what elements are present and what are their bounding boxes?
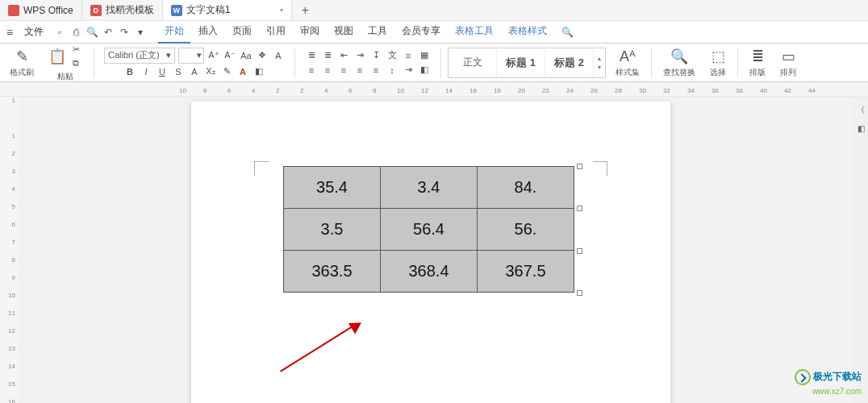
underline-icon[interactable]: U	[156, 65, 169, 78]
style-more-icon[interactable]: ▴▾	[594, 55, 605, 71]
tabstop-icon[interactable]: ⇥	[402, 64, 415, 77]
watermark-url: www.xz7.com	[812, 387, 862, 396]
font-size-select[interactable]: ▾	[178, 48, 204, 64]
find-replace-group[interactable]: 🔍 查找替换	[658, 48, 700, 78]
menu-member[interactable]: 会员专享	[395, 20, 447, 44]
print-icon[interactable]: ⎙	[69, 26, 82, 39]
shading-icon[interactable]: ◧	[252, 65, 265, 78]
table-cell[interactable]: 56.	[478, 209, 574, 251]
collapse-icon[interactable]: 《	[857, 105, 865, 116]
select-group[interactable]: ⬚ 选择	[705, 48, 731, 78]
align-right-icon[interactable]: ≡	[337, 64, 350, 77]
font-color-icon[interactable]: A	[236, 65, 249, 78]
table-cell[interactable]: 56.4	[381, 209, 478, 251]
search-icon[interactable]: 🔍	[561, 27, 574, 38]
phonetic-icon[interactable]: A	[272, 49, 285, 62]
app-tab[interactable]: WPS Office	[0, 0, 82, 20]
chevron-down-icon: ▾	[166, 50, 171, 60]
table-handle-icon[interactable]	[577, 164, 582, 169]
arrange-group[interactable]: ▭ 排列	[775, 48, 801, 78]
menu-table-style[interactable]: 表格样式	[502, 20, 553, 44]
ruler-horizontal[interactable]: 1086422468101214161820222426283032343638…	[0, 82, 868, 97]
docer-logo-icon: D	[90, 5, 102, 16]
layout-group[interactable]: ≣ 排版	[745, 48, 770, 78]
menu-reference[interactable]: 引用	[260, 20, 292, 44]
menu-home[interactable]: 开始	[158, 20, 190, 44]
table-cell[interactable]: 368.4	[381, 251, 478, 293]
menu-view[interactable]: 视图	[328, 20, 360, 44]
data-table[interactable]: 35.4 3.4 84. 3.5 56.4 56. 363.5 368.4 36…	[283, 166, 574, 293]
page[interactable]: 35.4 3.4 84. 3.5 56.4 56. 363.5 368.4 36…	[191, 102, 670, 403]
para-shading-icon[interactable]: ◧	[418, 64, 431, 77]
format-painter-group[interactable]: ✎ 格式刷	[5, 48, 39, 78]
undo-icon[interactable]: ↶	[102, 26, 115, 39]
hamburger-icon[interactable]: ≡	[0, 26, 19, 39]
redo-icon[interactable]: ↷	[118, 26, 131, 39]
indent-icon[interactable]: ⇥	[353, 49, 366, 62]
grow-font-icon[interactable]: A⁺	[207, 49, 220, 62]
menu-insert[interactable]: 插入	[192, 20, 224, 44]
highlight-icon[interactable]: ✎	[220, 65, 233, 78]
style-h2[interactable]: 标题 2	[545, 48, 594, 77]
paragraph-group: ≣ ≣ ⇤ ⇥ ↧ 文 ≡ ▦ ≡ ≡ ≡ ≡ ≡ ↕ ⇥ ◧	[302, 49, 434, 77]
align-center-icon[interactable]: ≡	[321, 64, 334, 77]
table-cell[interactable]: 363.5	[284, 251, 381, 293]
panel-icon[interactable]: ◧	[858, 124, 865, 133]
table-cell[interactable]: 367.5	[478, 251, 574, 293]
font-name-value: Calibri (正文)	[108, 49, 160, 61]
paste-label: 粘贴	[57, 71, 73, 82]
dropdown-icon[interactable]: ▾	[134, 26, 147, 39]
table-cell[interactable]: 3.4	[381, 167, 478, 209]
menu-tools[interactable]: 工具	[361, 20, 394, 44]
align-justify-icon[interactable]: ≡	[353, 64, 366, 77]
clear-format-icon[interactable]: ❖	[256, 49, 269, 62]
line-spacing-icon[interactable]: ≡	[402, 49, 415, 62]
tab-templates[interactable]: D 找稻壳模板	[82, 0, 163, 20]
style-body[interactable]: 正文	[449, 48, 497, 77]
menu-bar: ≡ 文件 ▫ ⎙ 🔍 ↶ ↷ ▾ 开始 插入 页面 引用 审阅 视图 工具 会员…	[0, 21, 868, 44]
subscript-icon[interactable]: X₂	[204, 65, 217, 78]
menu-table-tools[interactable]: 表格工具	[449, 20, 500, 44]
style-set-group[interactable]: Aᴬ 样式集	[611, 48, 645, 78]
distribute-icon[interactable]: ≡	[369, 64, 382, 77]
table-row[interactable]: 35.4 3.4 84.	[284, 167, 574, 209]
table-cell[interactable]: 84.	[478, 167, 574, 209]
cut-icon[interactable]: ✂	[69, 43, 82, 56]
strike-icon[interactable]: S	[172, 65, 185, 78]
menu-page[interactable]: 页面	[226, 20, 258, 44]
change-case-icon[interactable]: Aa	[240, 49, 252, 62]
preview-icon[interactable]: 🔍	[86, 26, 98, 39]
numbering-icon[interactable]: ≣	[321, 49, 334, 62]
canvas[interactable]: 35.4 3.4 84. 3.5 56.4 56. 363.5 368.4 36…	[18, 97, 853, 403]
outdent-icon[interactable]: ⇤	[337, 49, 350, 62]
sort-icon[interactable]: ↧	[369, 49, 382, 62]
new-tab-button[interactable]: +	[292, 3, 319, 18]
ruler-vertical[interactable]: 112345678910111213141516	[0, 97, 18, 403]
menu-review[interactable]: 审阅	[294, 20, 326, 44]
table-row[interactable]: 3.5 56.4 56.	[284, 209, 574, 251]
bold-icon[interactable]: B	[123, 65, 136, 78]
copy-icon[interactable]: ⧉	[69, 56, 82, 69]
spacing-icon[interactable]: ↕	[386, 64, 399, 77]
text-direction-icon[interactable]: 文	[386, 49, 399, 62]
table-handle-icon[interactable]	[577, 248, 582, 254]
quick-access: ▫ ⎙ 🔍 ↶ ↷ ▾	[48, 26, 152, 39]
menu-file[interactable]: 文件	[19, 25, 48, 39]
table-row[interactable]: 363.5 368.4 367.5	[284, 251, 574, 293]
borders-icon[interactable]: ▦	[418, 49, 431, 62]
italic-icon[interactable]: I	[140, 65, 152, 78]
paste-group[interactable]: 📋 ✂ ⧉ 粘贴	[44, 43, 87, 82]
tab-document[interactable]: W 文字文稿1 •	[163, 0, 292, 20]
bullets-icon[interactable]: ≣	[305, 49, 318, 62]
text-effect-icon[interactable]: A	[188, 65, 201, 78]
align-left-icon[interactable]: ≡	[305, 64, 318, 77]
save-icon[interactable]: ▫	[53, 26, 66, 39]
style-h1[interactable]: 标题 1	[497, 48, 545, 77]
table-cell[interactable]: 35.4	[284, 167, 381, 209]
table-handle-icon[interactable]	[577, 290, 582, 296]
style-gallery[interactable]: 正文 标题 1 标题 2 ▴▾	[448, 48, 606, 78]
font-name-select[interactable]: Calibri (正文)▾	[104, 48, 175, 64]
table-handle-icon[interactable]	[577, 206, 582, 211]
shrink-font-icon[interactable]: A⁻	[223, 49, 236, 62]
table-cell[interactable]: 3.5	[284, 209, 381, 251]
